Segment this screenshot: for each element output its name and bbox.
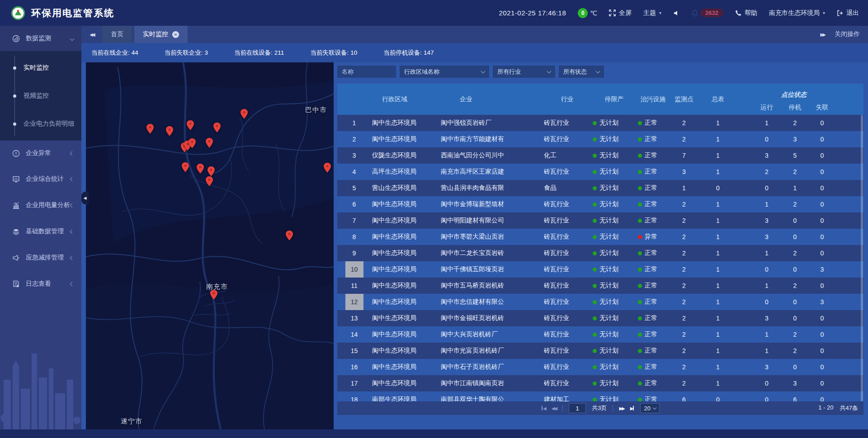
status-dot xyxy=(593,186,597,190)
theme-dropdown[interactable]: 主题▾ xyxy=(643,9,661,17)
sidebar-group-enterprise-anomaly[interactable]: 企业异常 xyxy=(0,141,81,166)
sidebar-item-power-load-detail[interactable]: 企业电力负荷明细 xyxy=(0,110,81,138)
table-row[interactable]: 11 阆中生态环境局 阆中市五马桥页岩机砖 砖瓦行业 无计划 正常 2 1 1 … xyxy=(337,278,863,294)
industry-select[interactable]: 所有行业 xyxy=(493,66,555,78)
sidebar-group-data-monitoring[interactable]: 数据监测 xyxy=(0,26,81,51)
org-dropdown[interactable]: 南充市生态环境局▾ xyxy=(769,9,825,17)
sidebar-item-realtime-monitoring[interactable]: 实时监控 xyxy=(0,54,81,82)
header-number xyxy=(337,84,371,115)
cell-region: 阆中生态环境局 xyxy=(371,245,439,261)
cell-run-count: 3 xyxy=(751,310,783,326)
page-input[interactable]: 1 xyxy=(569,403,586,413)
status-select[interactable]: 所有状态 xyxy=(559,66,604,78)
sidebar-group-enterprise-statistics[interactable]: 企业综合统计 xyxy=(0,166,81,192)
app-root: 环保用电监管系统 2021-02-25 17:46:18 0 ℃ 全屏 主题▾ … xyxy=(0,0,868,438)
table-row[interactable]: 17 阆中生态环境局 阆中市江南镇阆南页岩 砖瓦行业 无计划 正常 2 1 0 … xyxy=(337,375,863,391)
fullscreen-button[interactable]: 全屏 xyxy=(609,9,632,17)
map-pin[interactable] xyxy=(208,166,215,176)
map-pin[interactable] xyxy=(241,109,248,119)
cell-run-count: 0 xyxy=(751,294,783,310)
close-tab-icon[interactable]: ✕ xyxy=(172,31,179,38)
map-pin[interactable] xyxy=(324,163,331,173)
page-size-select[interactable]: 20 xyxy=(640,403,659,413)
map-pin[interactable] xyxy=(182,162,189,172)
header-point-status-group: 点位状态 运行 停机 失联 xyxy=(751,84,837,115)
cell-region: 阆中生态环境局 xyxy=(371,326,439,343)
cell-total-meter: 1 xyxy=(700,245,736,261)
cell-region: 阆中生态环境局 xyxy=(371,261,439,278)
sidebar-group-log-view[interactable]: 日志查看 xyxy=(0,271,81,297)
stop-text: 无计划 xyxy=(599,135,618,143)
total-count-label: 共47条 xyxy=(840,404,858,412)
status-dot xyxy=(593,203,597,207)
sidebar-group-emergency-reduction[interactable]: 应急减排管理 xyxy=(0,245,81,271)
sidebar-item-video-monitoring[interactable]: 视频监控 xyxy=(0,82,81,110)
status-dot xyxy=(638,349,642,353)
map-pin[interactable] xyxy=(197,164,204,174)
cell-stopped-count: 2 xyxy=(783,326,807,343)
last-page-button[interactable]: ▶ xyxy=(630,406,635,411)
table-row[interactable]: 4 高坪生态环境局 南充市高坪区王家店建 砖瓦行业 无计划 正常 3 1 2 2… xyxy=(337,164,863,180)
cell-total-meter: 1 xyxy=(700,229,736,245)
map-pin[interactable] xyxy=(187,120,194,130)
cell-stop-status: 无计划 xyxy=(590,278,636,294)
chevron-down-icon xyxy=(481,69,486,73)
table-row[interactable]: 7 阆中生态环境局 阆中明阳建材有限公司 砖瓦行业 无计划 正常 2 1 3 0… xyxy=(337,212,863,229)
cell-treatment-status: 正常 xyxy=(636,245,668,261)
sidebar-group-basic-data[interactable]: 基础数据管理 xyxy=(0,218,81,245)
tabs-scroll-right-button[interactable]: ▶▶ xyxy=(821,32,825,37)
cell-industry: 砖瓦行业 xyxy=(541,115,590,131)
cell-industry: 砖瓦行业 xyxy=(541,310,590,326)
name-search-input[interactable] xyxy=(337,66,396,78)
table-row[interactable]: 14 阆中生态环境局 阆中大兴页岩机砖厂 砖瓦行业 无计划 正常 2 1 1 2… xyxy=(337,326,863,343)
table-row[interactable]: 1 阆中生态环境局 阆中强锐页岩砖厂 砖瓦行业 无计划 正常 2 1 1 2 0 xyxy=(337,115,863,131)
map-pin[interactable] xyxy=(189,138,196,148)
table-row[interactable]: 15 阆中生态环境局 阆中市光富页岩机砖厂 砖瓦行业 无计划 正常 2 1 1 … xyxy=(337,343,863,359)
first-page-button[interactable]: ◀ xyxy=(541,406,546,411)
cell-lost-count: 0 xyxy=(807,229,837,245)
cell-total-meter: 1 xyxy=(700,326,736,343)
cell-monitor-count: 2 xyxy=(668,115,700,131)
table-row[interactable]: 18 南部生态环境局 南部县双华土陶有限公 建材加工 无计划 正常 6 0 0 … xyxy=(337,391,863,401)
cell-lost-count: 0 xyxy=(807,147,837,164)
help-button[interactable]: 帮助 xyxy=(735,9,757,17)
tab-realtime-monitoring[interactable]: 实时监控 ✕ xyxy=(134,26,188,43)
table-row[interactable]: 6 阆中生态环境局 阆中市金博瑞新型墙材 砖瓦行业 无计划 正常 2 1 1 2… xyxy=(337,196,863,212)
sound-button[interactable] xyxy=(673,10,679,16)
tabs-scroll-left-button[interactable]: ◀◀ xyxy=(81,26,102,43)
map-pin[interactable] xyxy=(213,122,221,132)
close-operations-button[interactable]: 关闭操作 xyxy=(835,30,860,38)
total-pages-label: 共3页 xyxy=(592,404,607,412)
map-pin[interactable] xyxy=(210,290,217,300)
map-collapse-handle[interactable]: ◀ xyxy=(81,192,89,204)
table-row[interactable]: 13 阆中生态环境局 阆中市金福旺页岩机砖 砖瓦行业 无计划 正常 2 1 3 … xyxy=(337,310,863,326)
map-pin[interactable] xyxy=(286,231,293,240)
header-treatment: 治污设施 xyxy=(636,84,668,115)
map-pin[interactable] xyxy=(206,176,213,186)
table-row[interactable]: 5 营山生态环境局 营山县润丰肉食品有限 食品 无计划 正常 1 0 0 1 0 xyxy=(337,180,863,196)
map-pin[interactable] xyxy=(166,126,173,136)
status-dot xyxy=(638,268,642,272)
table-row[interactable]: 10 阆中生态环境局 阆中千佛镇五郎垭页岩 砖瓦行业 无计划 正常 2 1 0 … xyxy=(337,261,863,278)
cell-industry: 砖瓦行业 xyxy=(541,261,590,278)
table-row[interactable]: 12 阆中生态环境局 阆中市忠信建材有限公 砖瓦行业 无计划 正常 2 1 0 … xyxy=(337,294,863,310)
sidebar-group-electricity-analysis[interactable]: 企业用电量分析 xyxy=(0,192,81,218)
map-pin[interactable] xyxy=(146,124,154,134)
cell-stopped-count: 5 xyxy=(783,147,807,164)
table-row[interactable]: 8 阆中生态环境局 阆中市枣碧大梁山页岩 砖瓦行业 无计划 异常 2 1 3 0… xyxy=(337,229,863,245)
next-page-button[interactable]: ▶▶ xyxy=(619,406,624,411)
status-dot xyxy=(593,300,597,304)
table-row[interactable]: 9 阆中生态环境局 阆中市二龙长宝页岩砖 砖瓦行业 无计划 正常 2 1 1 2… xyxy=(337,245,863,261)
map-canvas[interactable]: 巴中市南充市遂宁市 xyxy=(86,62,334,429)
table-row[interactable]: 3 仪陇生态环境局 西南油气田分公司川中 化工 无计划 正常 7 1 3 5 0 xyxy=(337,147,863,164)
region-select[interactable]: 行政区域名称 xyxy=(400,66,489,78)
prev-page-button[interactable]: ◀◀ xyxy=(552,406,557,411)
notifications-button[interactable]: 2632 xyxy=(691,9,723,17)
table-row[interactable]: 16 阆中生态环境局 阆中市石子页岩机砖厂 砖瓦行业 无计划 正常 2 1 3 … xyxy=(337,359,863,375)
logout-button[interactable]: 退出 xyxy=(837,9,859,17)
cell-stopped-count: 3 xyxy=(783,131,807,147)
cell-run-count: 1 xyxy=(751,343,783,359)
tab-home[interactable]: 首页 xyxy=(102,26,132,43)
map-pin[interactable] xyxy=(206,138,213,148)
table-row[interactable]: 2 阆中生态环境局 阆中市南方节能建材有 砖瓦行业 无计划 正常 2 1 0 3… xyxy=(337,131,863,147)
